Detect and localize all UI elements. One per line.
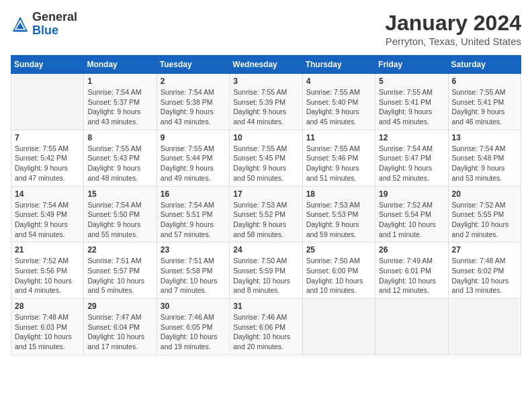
day-info: Sunrise: 7:54 AMSunset: 5:50 PMDaylight:… (87, 200, 152, 240)
page-header: General Blue January 2024 Perryton, Texa… (11, 11, 521, 47)
day-number: 17 (233, 189, 298, 199)
calendar-day-cell: 25Sunrise: 7:50 AMSunset: 6:00 PMDayligh… (302, 242, 375, 299)
calendar-day-cell (11, 74, 84, 130)
day-info: Sunrise: 7:54 AMSunset: 5:37 PMDaylight:… (87, 87, 152, 127)
day-info: Sunrise: 7:55 AMSunset: 5:41 PMDaylight:… (452, 87, 517, 127)
weekday-header: Sunday (11, 56, 84, 74)
calendar-day-cell: 30Sunrise: 7:46 AMSunset: 6:05 PMDayligh… (157, 299, 229, 355)
day-number: 15 (87, 189, 152, 199)
calendar-day-cell: 11Sunrise: 7:55 AMSunset: 5:46 PMDayligh… (302, 130, 375, 186)
day-number: 27 (452, 245, 517, 255)
day-info: Sunrise: 7:46 AMSunset: 6:06 PMDaylight:… (233, 312, 298, 352)
day-number: 7 (15, 133, 80, 142)
day-number: 21 (15, 245, 80, 255)
calendar-day-cell: 24Sunrise: 7:50 AMSunset: 5:59 PMDayligh… (230, 242, 302, 299)
calendar-day-cell: 29Sunrise: 7:47 AMSunset: 6:04 PMDayligh… (84, 299, 157, 355)
calendar-subtitle: Perryton, Texas, United States (385, 36, 521, 47)
day-number: 9 (161, 133, 226, 142)
calendar-day-cell: 1Sunrise: 7:54 AMSunset: 5:37 PMDaylight… (84, 74, 157, 130)
calendar-day-cell: 19Sunrise: 7:52 AMSunset: 5:54 PMDayligh… (375, 186, 448, 242)
day-number: 26 (379, 245, 444, 255)
weekday-header: Wednesday (230, 56, 302, 74)
calendar-day-cell: 21Sunrise: 7:52 AMSunset: 5:56 PMDayligh… (11, 242, 84, 299)
calendar-day-cell: 15Sunrise: 7:54 AMSunset: 5:50 PMDayligh… (84, 186, 157, 242)
day-info: Sunrise: 7:47 AMSunset: 6:04 PMDaylight:… (87, 312, 152, 352)
weekday-header: Thursday (302, 56, 375, 74)
day-number: 20 (452, 189, 517, 199)
calendar-day-cell (375, 299, 448, 355)
day-number: 5 (379, 77, 444, 86)
weekday-header: Tuesday (157, 56, 229, 74)
calendar-day-cell: 31Sunrise: 7:46 AMSunset: 6:06 PMDayligh… (230, 299, 302, 355)
calendar-day-cell: 5Sunrise: 7:55 AMSunset: 5:41 PMDaylight… (375, 74, 448, 130)
day-number: 2 (161, 77, 226, 86)
calendar-day-cell: 26Sunrise: 7:49 AMSunset: 6:01 PMDayligh… (375, 242, 448, 299)
day-info: Sunrise: 7:53 AMSunset: 5:52 PMDaylight:… (233, 200, 298, 240)
weekday-header: Friday (375, 56, 448, 74)
day-number: 11 (306, 133, 371, 142)
calendar-day-cell: 27Sunrise: 7:48 AMSunset: 6:02 PMDayligh… (448, 242, 521, 299)
calendar-day-cell (448, 299, 521, 355)
calendar-week-row: 1Sunrise: 7:54 AMSunset: 5:37 PMDaylight… (11, 74, 521, 130)
calendar-day-cell: 28Sunrise: 7:48 AMSunset: 6:03 PMDayligh… (11, 299, 84, 355)
logo: General Blue (11, 11, 77, 38)
calendar-header-row: SundayMondayTuesdayWednesdayThursdayFrid… (11, 56, 521, 74)
day-info: Sunrise: 7:54 AMSunset: 5:38 PMDaylight:… (161, 87, 226, 127)
calendar-day-cell: 23Sunrise: 7:51 AMSunset: 5:58 PMDayligh… (157, 242, 229, 299)
logo-blue-text: Blue (32, 24, 58, 37)
day-number: 14 (15, 189, 80, 199)
calendar-week-row: 7Sunrise: 7:55 AMSunset: 5:42 PMDaylight… (11, 130, 521, 186)
calendar-day-cell: 13Sunrise: 7:54 AMSunset: 5:48 PMDayligh… (448, 130, 521, 186)
logo-general-text: General (32, 10, 77, 24)
day-info: Sunrise: 7:52 AMSunset: 5:54 PMDaylight:… (379, 200, 444, 240)
day-info: Sunrise: 7:52 AMSunset: 5:56 PMDaylight:… (15, 256, 80, 295)
weekday-header: Saturday (448, 56, 521, 74)
calendar-day-cell: 17Sunrise: 7:53 AMSunset: 5:52 PMDayligh… (230, 186, 302, 242)
day-number: 22 (87, 245, 152, 255)
day-number: 23 (161, 245, 226, 255)
calendar-day-cell (302, 299, 375, 355)
day-info: Sunrise: 7:48 AMSunset: 6:02 PMDaylight:… (452, 256, 517, 295)
day-info: Sunrise: 7:55 AMSunset: 5:41 PMDaylight:… (379, 87, 444, 127)
day-info: Sunrise: 7:51 AMSunset: 5:58 PMDaylight:… (161, 256, 226, 295)
calendar-week-row: 21Sunrise: 7:52 AMSunset: 5:56 PMDayligh… (11, 242, 521, 299)
weekday-header: Monday (84, 56, 157, 74)
calendar-day-cell: 16Sunrise: 7:54 AMSunset: 5:51 PMDayligh… (157, 186, 229, 242)
calendar-day-cell: 20Sunrise: 7:52 AMSunset: 5:55 PMDayligh… (448, 186, 521, 242)
day-info: Sunrise: 7:50 AMSunset: 6:00 PMDaylight:… (306, 256, 371, 295)
day-info: Sunrise: 7:46 AMSunset: 6:05 PMDaylight:… (161, 312, 226, 352)
day-number: 8 (87, 133, 152, 142)
calendar-week-row: 28Sunrise: 7:48 AMSunset: 6:03 PMDayligh… (11, 299, 521, 355)
day-number: 10 (233, 133, 298, 142)
day-info: Sunrise: 7:55 AMSunset: 5:45 PMDaylight:… (233, 144, 298, 183)
calendar-day-cell: 9Sunrise: 7:55 AMSunset: 5:44 PMDaylight… (157, 130, 229, 186)
day-number: 19 (379, 189, 444, 199)
day-number: 25 (306, 245, 371, 255)
day-number: 29 (87, 302, 152, 311)
calendar-week-row: 14Sunrise: 7:54 AMSunset: 5:49 PMDayligh… (11, 186, 521, 242)
title-block: January 2024 Perryton, Texas, United Sta… (385, 11, 521, 47)
day-info: Sunrise: 7:55 AMSunset: 5:42 PMDaylight:… (15, 144, 80, 183)
day-number: 24 (233, 245, 298, 255)
calendar-body: 1Sunrise: 7:54 AMSunset: 5:37 PMDaylight… (11, 74, 521, 355)
logo-icon (11, 15, 30, 34)
calendar-table: SundayMondayTuesdayWednesdayThursdayFrid… (11, 55, 521, 355)
calendar-day-cell: 7Sunrise: 7:55 AMSunset: 5:42 PMDaylight… (11, 130, 84, 186)
day-info: Sunrise: 7:49 AMSunset: 6:01 PMDaylight:… (379, 256, 444, 295)
day-number: 12 (379, 133, 444, 142)
calendar-header: SundayMondayTuesdayWednesdayThursdayFrid… (11, 56, 521, 74)
calendar-title: January 2024 (385, 11, 521, 36)
calendar-day-cell: 12Sunrise: 7:54 AMSunset: 5:47 PMDayligh… (375, 130, 448, 186)
day-info: Sunrise: 7:55 AMSunset: 5:46 PMDaylight:… (306, 144, 371, 183)
calendar-day-cell: 6Sunrise: 7:55 AMSunset: 5:41 PMDaylight… (448, 74, 521, 130)
day-number: 16 (161, 189, 226, 199)
day-number: 18 (306, 189, 371, 199)
day-number: 28 (15, 302, 80, 311)
day-number: 30 (161, 302, 226, 311)
calendar-day-cell: 22Sunrise: 7:51 AMSunset: 5:57 PMDayligh… (84, 242, 157, 299)
day-info: Sunrise: 7:55 AMSunset: 5:43 PMDaylight:… (87, 144, 152, 183)
day-info: Sunrise: 7:53 AMSunset: 5:53 PMDaylight:… (306, 200, 371, 240)
day-number: 4 (306, 77, 371, 86)
day-number: 13 (452, 133, 517, 142)
day-number: 31 (233, 302, 298, 311)
